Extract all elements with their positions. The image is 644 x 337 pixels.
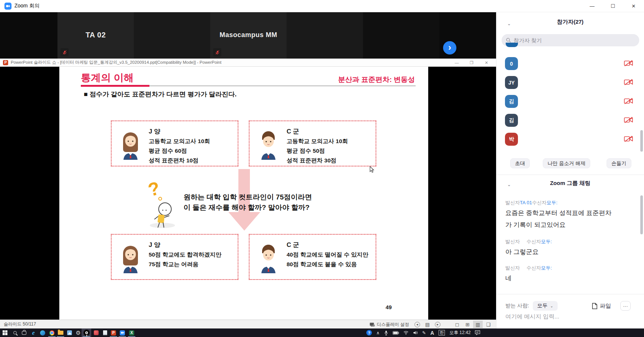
maximize-button[interactable]: ☐ <box>602 0 623 12</box>
boy-avatar <box>257 129 280 160</box>
folder-icon <box>58 331 63 335</box>
file-icon <box>592 303 597 309</box>
student-box-j-top: J 양 고등학교 모의고사 10회 평균 점수 60점 성적 표준편차 10점 <box>111 120 238 166</box>
speaker-icon[interactable] <box>413 331 418 335</box>
video-tile[interactable]: Masocampus MM <box>210 12 287 59</box>
recipient-dropdown[interactable]: 모두 ⌄ <box>533 301 558 311</box>
slide-topic: 분산과 표준편차: 변동성 <box>338 75 415 85</box>
taskbar-zoom-button[interactable] <box>118 328 127 337</box>
notification-center-icon[interactable] <box>475 330 480 335</box>
notepad-icon <box>103 330 107 335</box>
more-button[interactable]: ··· <box>620 301 631 311</box>
chat-message-input[interactable] <box>505 313 631 320</box>
chat-message: 발신자 수신자모두: 아 그렇군요 <box>505 238 635 256</box>
window-title: Zoom 회의 <box>14 3 40 9</box>
boy-avatar <box>257 243 280 273</box>
slide-counter: 슬라이드 50/117 <box>4 321 36 327</box>
battery-icon[interactable] <box>393 331 399 335</box>
chat-header: Zoom 그룹 채팅 <box>496 180 644 187</box>
start-button[interactable] <box>0 328 10 337</box>
video-strip: TA 02 Masocampus MM › <box>0 12 496 59</box>
microphone-icon[interactable] <box>384 330 388 336</box>
recipient-link[interactable]: 모두: <box>541 265 552 271</box>
clock[interactable]: 오후 12:42 <box>449 330 470 336</box>
screen: Zoom 회의 — ☐ ✕ TA 02 Masocampus MM › P Po… <box>0 0 644 337</box>
taskbar-paint-button[interactable] <box>91 328 101 337</box>
search-icon <box>13 331 17 334</box>
participant-row[interactable]: 김 <box>496 114 644 129</box>
taskbar-excel-button[interactable]: X <box>127 328 136 337</box>
question-doodle: ? <box>144 178 181 230</box>
participant-row[interactable]: 김 <box>496 95 644 110</box>
video-tile-empty[interactable] <box>287 12 363 59</box>
participant-row[interactable]: 박 <box>496 133 644 148</box>
pen-icon[interactable]: ✎ <box>422 330 426 336</box>
show-hidden-icons[interactable]: ∧ <box>376 330 380 336</box>
participant-search[interactable] <box>502 34 639 46</box>
taskbar-ie-button[interactable]: e <box>29 328 38 337</box>
taskbar-photos-button[interactable] <box>65 328 74 337</box>
video-off-icon <box>624 117 633 123</box>
wifi-icon[interactable] <box>403 331 409 335</box>
powerpoint-titlebar: P PowerPoint 슬라이드 쇼 - [데이터 마케팅 입문_통계강의_v… <box>0 59 496 67</box>
taskbar-explorer-button[interactable] <box>56 328 65 337</box>
powerpoint-icon: P <box>111 330 116 336</box>
mouse-cursor <box>370 166 374 173</box>
student-name: J 양 <box>149 240 221 250</box>
chevron-down-icon: ⌄ <box>550 304 553 308</box>
next-slide-button[interactable]: ▸ <box>435 322 440 327</box>
slideshow-view-button[interactable]: ❑ <box>483 321 493 328</box>
video-tile-empty[interactable] <box>363 12 439 59</box>
title-rule <box>81 85 416 86</box>
previous-slide-button[interactable]: ◂ <box>415 322 420 327</box>
participant-row[interactable]: 0 <box>496 57 644 72</box>
participant-row[interactable]: JY <box>496 76 644 91</box>
display-settings-button[interactable]: 디스플레이 설정 <box>370 321 409 328</box>
minimize-button[interactable]: — <box>582 0 602 12</box>
video-tile-empty[interactable] <box>134 12 210 59</box>
powerpoint-title: PowerPoint 슬라이드 쇼 - [데이터 마케팅 입문_통계강의_v3.… <box>11 60 221 65</box>
unmute-button[interactable]: 나만 음소거 해제 <box>543 158 590 168</box>
taskbar-pin-app-button[interactable] <box>82 328 91 337</box>
slide-bullet-text: ■ 점수가 같아도 표준편차가 다르면 평가가 달라진다. <box>84 90 237 99</box>
participants-scrollbar[interactable] <box>640 130 643 152</box>
slide-sorter-view-button[interactable]: ⊞ <box>463 321 472 328</box>
video-off-icon <box>624 136 633 142</box>
ppt-minimize-button[interactable]: — <box>449 59 464 67</box>
avatar: 박 <box>505 133 518 146</box>
taskbar-powerpoint-button[interactable]: P <box>109 328 118 337</box>
raise-hand-button[interactable]: 손들기 <box>607 158 631 168</box>
recipient-link[interactable]: 모두: <box>541 239 552 244</box>
ppt-close-button[interactable]: ✕ <box>479 59 494 67</box>
down-arrow-head <box>228 212 260 231</box>
excel-icon: X <box>129 330 134 336</box>
chat-message: 발신자 수신자모두: 네 <box>505 265 635 283</box>
search-input[interactable] <box>513 37 625 43</box>
student-box-c-top: C 군 고등학교 모의고사 10회 평균 점수 50점 성적 표준편차 30점 <box>249 120 376 166</box>
next-participants-button[interactable]: › <box>443 41 456 54</box>
video-off-icon <box>624 98 633 104</box>
windows-logo-icon <box>3 330 5 333</box>
taskbar-search-button[interactable] <box>10 328 20 337</box>
video-tile[interactable]: TA 02 <box>57 12 134 59</box>
participants-header: 참가자(27) <box>496 19 644 26</box>
reading-view-button[interactable]: ▥ <box>473 321 483 328</box>
chat-scrollbar[interactable] <box>640 195 643 234</box>
ppt-restore-button[interactable]: ❐ <box>464 59 479 67</box>
slide[interactable]: 통계의 이해 분산과 표준편차: 변동성 ■ 점수가 같아도 표준편차가 다르면… <box>59 67 428 320</box>
recipient-link[interactable]: 모두: <box>546 200 558 205</box>
taskbar-edge-button[interactable] <box>38 328 47 337</box>
close-button[interactable]: ✕ <box>623 0 644 12</box>
ppt-statusbar: 슬라이드 50/117 디스플레이 설정 ◂ ▤ ▸ ◻ ⊞ ▥ ❑ <box>0 320 496 328</box>
ime-korean-indicator[interactable]: 한 <box>439 330 445 336</box>
normal-view-button[interactable]: ◻ <box>452 321 462 328</box>
mic-muted-icon <box>213 48 221 56</box>
zoom-icon <box>120 330 125 336</box>
help-icon[interactable]: ? <box>366 330 372 336</box>
taskbar-store-button[interactable] <box>19 328 29 337</box>
file-button[interactable]: 파일 <box>592 303 611 310</box>
annotation-pen-button[interactable]: ▤ <box>425 322 430 327</box>
invite-button[interactable]: 초대 <box>510 158 530 168</box>
sender-link[interactable]: TA 01 <box>520 200 532 205</box>
ime-latin-indicator[interactable]: A <box>430 330 434 336</box>
